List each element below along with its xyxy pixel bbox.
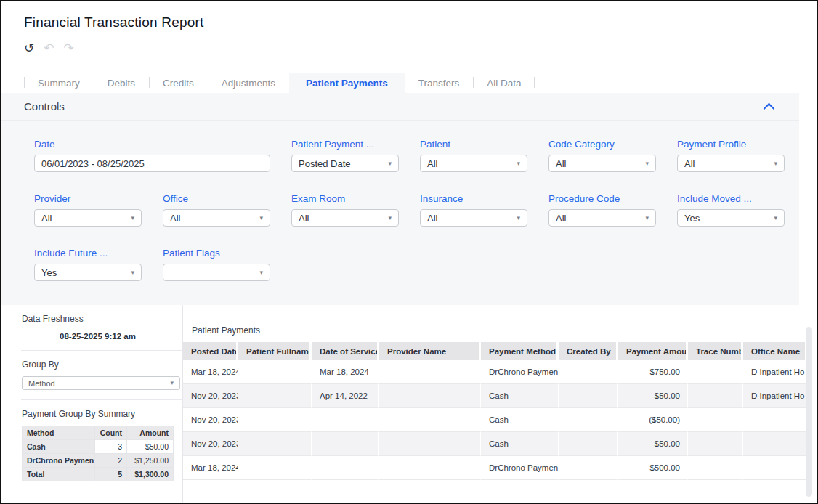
filter-label: Date [34,139,270,150]
cell-payment-amount: $500.00 [618,456,688,480]
tab-adjustments[interactable]: Adjustments [208,73,289,93]
filter-include-moved: Include Moved ... Yes ▾ [677,193,785,227]
tab-all-data[interactable]: All Data [473,73,535,93]
cell-payment-amount: $750.00 [618,360,688,383]
cell-date-of-service [312,408,379,431]
dropdown-arrow-icon: ▾ [774,215,777,221]
filter-procedure-code: Procedure Code All ▾ [548,193,656,227]
summary-col-amount: Amount [127,426,174,440]
tab-summary[interactable]: Summary [24,73,94,93]
select-value: Yes [684,213,700,224]
dropdown-arrow-icon: ▾ [645,215,649,221]
code-category-select[interactable]: All ▾ [548,155,656,172]
col-payment-method: Payment Method [481,342,559,360]
filter-patient-payment-criteria: Patient Payment ... Posted Date ▾ [291,139,399,172]
chevron-up-icon[interactable] [764,102,775,114]
cell-date-of-service: Apr 14, 2022 [312,383,379,408]
data-freshness-value: 08-25-2025 9:12 am [22,332,174,341]
cell-created-by [559,431,618,456]
filter-label: Insurance [420,193,527,204]
payment-profile-select[interactable]: All ▾ [677,155,785,172]
cell-payment-amount: $50.00 [618,431,688,456]
col-office-name: Office Name [743,342,807,360]
table-row: Nov 20, 2023 Cash $50.00 [183,431,807,456]
filter-label: Code Category [548,139,656,150]
cell-office-name [743,456,807,480]
select-value: All [684,158,695,169]
include-future-select[interactable]: Yes ▾ [34,264,142,281]
filters-grid: Date Patient Payment ... Posted Date ▾ P… [34,139,799,281]
select-value: All [170,213,180,224]
group-by-select[interactable]: Method ▾ [22,376,180,390]
cell-patient-fullname [238,456,312,480]
summary-method: DrChrono Payments [23,454,95,468]
payment-group-summary-section: Payment Group By Summary Method Count Am… [21,400,182,491]
tab-transfers[interactable]: Transfers [405,73,474,93]
select-value: All [556,213,566,224]
payment-group-summary-table: Method Count Amount Cash 3 $50.00 DrChro… [22,426,174,481]
filter-exam-room: Exam Room All ▾ [291,193,399,227]
include-moved-select[interactable]: Yes ▾ [677,209,785,227]
summary-sidebar: Data Freshness 08-25-2025 9:12 am Group … [1,305,183,503]
cell-trace-number [688,456,743,480]
summary-count: 5 [95,468,127,481]
patient-select[interactable]: All ▾ [420,155,527,172]
select-value: All [427,158,437,169]
undo-icon[interactable]: ↶ [44,42,54,54]
cell-posted-date: Nov 20, 2023 [183,431,238,456]
summary-amount: $50.00 [127,440,174,454]
tab-patient-payments[interactable]: Patient Payments [289,73,405,93]
exam-room-select[interactable]: All ▾ [291,209,399,227]
select-value: Yes [41,267,57,278]
summary-col-count: Count [95,426,127,440]
patient-payment-criteria-select[interactable]: Posted Date ▾ [291,155,399,172]
summary-count: 3 [95,440,127,454]
dropdown-arrow-icon: ▾ [517,215,520,221]
filter-patient-flags: Patient Flags ▾ [163,248,270,281]
summary-row-drchrono: DrChrono Payments 2 $1,250.00 [23,454,174,468]
controls-header: Controls [1,93,799,121]
cell-office-name [743,408,807,431]
tab-label: Transfers [418,78,460,89]
cell-trace-number [688,383,743,408]
provider-select[interactable]: All ▾ [34,209,142,227]
cell-date-of-service [312,456,379,480]
tab-label: Summary [38,78,80,89]
table-row: Nov 20, 2023 Cash ($50.00) [183,408,807,431]
cell-payment-method: DrChrono Payments [481,456,559,480]
procedure-code-select[interactable]: All ▾ [548,209,656,227]
filter-label: Exam Room [291,193,399,204]
table-row: Mar 18, 2024 Mar 18, 2024 DrChrono Payme… [183,360,807,383]
date-range-input[interactable] [34,155,270,172]
cell-office-name: D Inpatient Ho [743,360,807,383]
vertical-scrollbar[interactable] [806,327,812,497]
summary-amount: $1,250.00 [127,454,174,468]
reset-icon[interactable]: ↺ [24,42,34,54]
dropdown-arrow-icon: ▾ [517,160,520,167]
filter-label: Include Future ... [34,248,142,259]
summary-row-cash: Cash 3 $50.00 [23,440,174,454]
select-value: All [41,213,52,224]
tab-debits[interactable]: Debits [94,73,149,93]
office-select[interactable]: All ▾ [163,209,270,227]
filter-label: Procedure Code [548,193,656,204]
cell-payment-amount: $50.00 [618,383,688,408]
redo-icon[interactable]: ↷ [64,42,74,54]
tab-credits[interactable]: Credits [149,73,208,93]
summary-row-total: Total 5 $1,300.00 [23,468,174,481]
tab-label: Debits [108,78,135,89]
dropdown-arrow-icon: ▾ [774,160,777,167]
payment-group-summary-title: Payment Group By Summary [22,409,174,419]
patient-payments-section: Patient Payments Posted Date Patient Ful… [183,305,817,503]
col-patient-fullname: Patient Fullname [238,342,312,360]
filter-label: Patient [420,139,527,150]
insurance-select[interactable]: All ▾ [420,209,527,227]
dropdown-arrow-icon: ▾ [259,269,263,276]
cell-patient-fullname [238,383,312,408]
page-title: Financial Transaction Report [24,15,203,31]
patient-payments-title: Patient Payments [192,325,817,336]
cell-payment-method: Cash [481,431,559,456]
patient-flags-select[interactable]: ▾ [163,264,270,281]
group-by-section: Group By Method ▾ [21,351,182,400]
table-row: Mar 18, 2024 DrChrono Payments $500.00 [183,456,807,480]
